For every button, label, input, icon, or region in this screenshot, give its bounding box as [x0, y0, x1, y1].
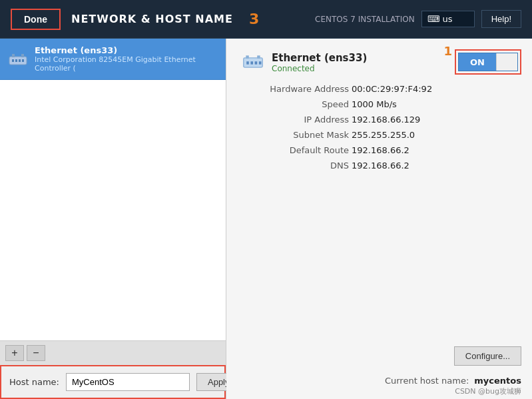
ethernet-detail-icon: [242, 52, 264, 73]
svg-rect-10: [246, 61, 249, 64]
svg-rect-11: [250, 61, 253, 64]
hostname-label: Host name:: [9, 377, 59, 387]
list-item[interactable]: Ethernet (ens33) Intel Corporation 82545…: [0, 39, 226, 80]
info-table: Hardware Address 00:0C:29:97:F4:92 Speed…: [242, 84, 516, 171]
add-network-button[interactable]: +: [5, 345, 24, 361]
ip-address-label: IP Address: [242, 115, 349, 125]
default-route-label: Default Route: [242, 145, 349, 155]
header-left: Done NETWORK & HOST NAME 3: [11, 9, 259, 30]
subnet-mask-label: Subnet Mask: [242, 130, 349, 140]
configure-button[interactable]: Configure...: [454, 346, 521, 366]
keyboard-icon: ⌨: [427, 14, 440, 24]
keyboard-value: us: [442, 14, 452, 24]
hardware-address-label: Hardware Address: [242, 84, 349, 94]
default-route-value: 192.168.66.2: [352, 145, 516, 155]
speed-value: 1000 Mb/s: [352, 99, 516, 109]
current-hostname-value: mycentos: [474, 376, 521, 386]
svg-rect-3: [12, 59, 14, 62]
help-button[interactable]: Help!: [481, 10, 521, 28]
svg-rect-0: [9, 57, 27, 65]
hostname-input[interactable]: [66, 373, 190, 391]
header-right: CENTOS 7 INSTALLATION ⌨ us Help!: [315, 10, 521, 28]
network-item-desc: Intel Corporation 82545EM Gigabit Ethern…: [35, 55, 218, 73]
ethernet-title-block: Ethernet (ens33) Connected: [272, 52, 367, 73]
page-title: NETWORK & HOST NAME: [71, 13, 233, 25]
centos-label: CENTOS 7 INSTALLATION: [315, 15, 415, 24]
toggle-container: ON: [455, 49, 521, 75]
svg-rect-13: [259, 61, 262, 64]
header: Done NETWORK & HOST NAME 3 CENTOS 7 INST…: [0, 0, 532, 39]
ethernet-title: Ethernet (ens33): [272, 52, 367, 64]
ethernet-toggle[interactable]: ON: [458, 53, 518, 71]
done-button[interactable]: Done: [11, 9, 61, 30]
ethernet-status: Connected: [272, 64, 367, 73]
toggle-knob: [496, 53, 517, 71]
svg-rect-1: [12, 54, 15, 57]
keyboard-input[interactable]: ⌨ us: [421, 11, 475, 27]
watermark: CSDN @bug攻城狮: [455, 386, 521, 396]
list-controls: + −: [0, 341, 226, 365]
speed-label: Speed: [242, 99, 349, 109]
svg-rect-4: [15, 59, 17, 62]
dns-label: DNS: [242, 161, 349, 171]
svg-rect-12: [255, 61, 258, 64]
network-item-text: Ethernet (ens33) Intel Corporation 82545…: [35, 45, 218, 73]
left-panel: Ethernet (ens33) Intel Corporation 82545…: [0, 39, 226, 399]
right-panel: ON 1 Ethernet (ens33) Connected Har: [226, 39, 532, 399]
ethernet-list-icon: [8, 51, 28, 67]
network-item-name: Ethernet (ens33): [35, 45, 218, 55]
subnet-mask-value: 255.255.255.0: [352, 130, 516, 140]
hostname-row: Host name: Apply 2: [0, 365, 226, 399]
current-hostname-label: Current host name:: [385, 376, 469, 386]
dns-value: 192.168.66.2: [352, 161, 516, 171]
main-content: Ethernet (ens33) Intel Corporation 82545…: [0, 39, 532, 399]
svg-rect-9: [257, 55, 260, 58]
step-3-badge: 3: [249, 11, 259, 27]
svg-rect-6: [22, 59, 24, 62]
svg-rect-2: [21, 54, 24, 57]
svg-rect-8: [246, 55, 248, 58]
ip-address-value: 192.168.66.129: [352, 115, 516, 125]
remove-network-button[interactable]: −: [27, 345, 45, 361]
current-hostname-row: Current host name: mycentos: [385, 376, 521, 386]
svg-rect-5: [19, 59, 21, 62]
toggle-on-label: ON: [459, 57, 496, 67]
hardware-address-value: 00:0C:29:97:F4:92: [352, 84, 516, 94]
network-list: Ethernet (ens33) Intel Corporation 82545…: [0, 39, 226, 341]
step-1-badge: 1: [443, 44, 452, 58]
